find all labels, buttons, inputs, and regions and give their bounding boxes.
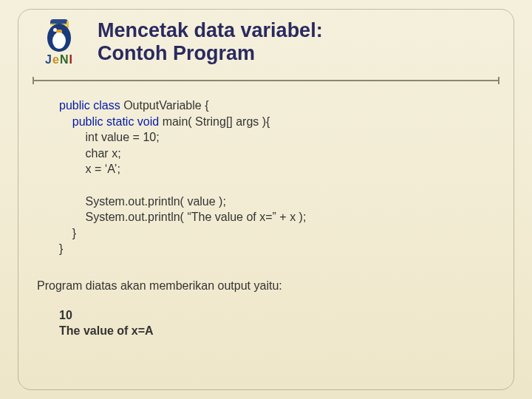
logo-letter-n: N (60, 53, 69, 66)
code-kw: public static void (59, 115, 163, 128)
mascot-icon (41, 19, 77, 55)
logo-letter-i: I (69, 53, 72, 66)
logo-letter-e: e (52, 53, 60, 66)
code-text: int value = 10; (59, 131, 160, 143)
code-kw: public class (59, 99, 123, 112)
content-area: public class OutputVariable { public sta… (59, 98, 488, 339)
slide-title: Mencetak data variabel: Contoh Program (98, 19, 502, 65)
code-text: System.out.println( “The value of x=” + … (59, 211, 306, 223)
title-line-1: Mencetak data variabel: (98, 19, 323, 41)
output-block: 10 The value of x=A (59, 307, 488, 339)
logo-letter-j: J (45, 53, 52, 66)
code-text: System.out.println( value ); (59, 195, 226, 208)
code-text: } (59, 242, 63, 255)
output-line-2: The value of x=A (59, 323, 488, 339)
code-block: public class OutputVariable { public sta… (59, 98, 488, 257)
title-block: Mencetak data variabel: Contoh Program (98, 16, 502, 65)
code-text: x = ‘A’; (59, 163, 120, 175)
header: JeNI Mencetak data variabel: Contoh Prog… (30, 16, 502, 66)
output-line-1: 10 (59, 307, 488, 324)
code-text: } (59, 227, 76, 239)
title-divider (33, 80, 499, 81)
description-text: Program diatas akan memberikan output ya… (37, 278, 488, 294)
code-text: main( String[] args ){ (163, 115, 270, 128)
code-text: char x; (59, 147, 121, 160)
title-line-2: Contoh Program (98, 42, 255, 64)
code-text: OutputVariable { (123, 99, 208, 112)
logo-text: JeNI (45, 53, 73, 66)
logo: JeNI (30, 19, 89, 66)
